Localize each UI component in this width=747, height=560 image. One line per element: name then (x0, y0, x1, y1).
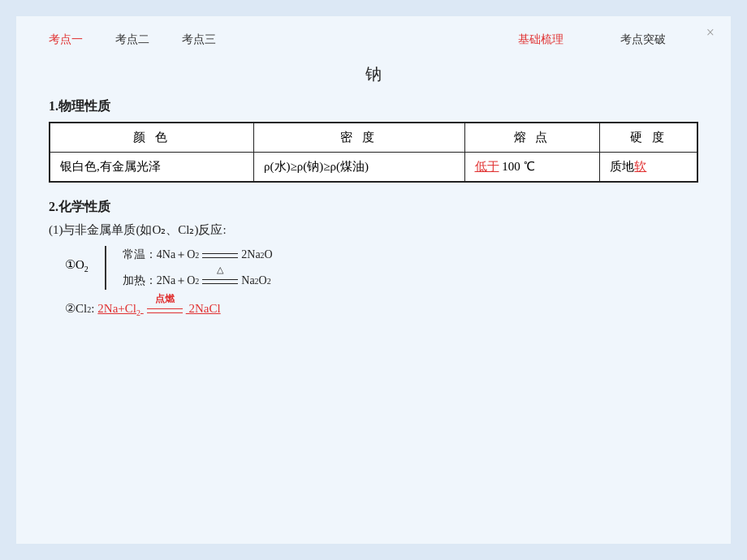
section1-heading: 1.物理性质 (49, 98, 698, 115)
col-header-hardness: 硬 度 (600, 123, 697, 153)
nav-item-jichusuli[interactable]: 基础梳理 (518, 32, 563, 47)
o2-reactions: ①O2 常温：4Na＋O2 2Na2O 加热：2Na＋O2 △ Na2O2 (65, 246, 698, 290)
melt-lowerthan: 低于 (475, 160, 499, 173)
section2-heading: 2.化学性质 (49, 199, 698, 216)
melt-value: 100 ℃ (499, 160, 535, 173)
nav-item-kaodian3[interactable]: 考点三 (182, 32, 216, 47)
eq-line-1: 常温：4Na＋O2 2Na2O (116, 246, 279, 264)
o2-label: ①O2 (65, 257, 89, 274)
section2-subtitle: (1)与非金属单质(如O₂、Cl₂)反应: (49, 222, 698, 238)
col-header-density: 密 度 (254, 123, 464, 153)
nav-item-kaodiantupuo[interactable]: 考点突破 (620, 32, 666, 47)
page-title: 钠 (49, 63, 698, 85)
main-container: × 考点一 考点二 考点三 基础梳理 考点突破 钠 1.物理性质 颜 色 密 度… (16, 16, 731, 544)
properties-table: 颜 色 密 度 熔 点 硬 度 银白色,有金属光泽 ρ(水)≥ρ(钠)≥ρ(煤油… (49, 122, 698, 183)
cell-density: ρ(水)≥ρ(钠)≥ρ(煤油) (254, 153, 464, 183)
section2: 2.化学性质 (1)与非金属单质(如O₂、Cl₂)反应: ①O2 常温：4Na＋… (49, 199, 698, 317)
equations-block: 常温：4Na＋O2 2Na2O 加热：2Na＋O2 △ Na2O2 (105, 246, 279, 290)
hardness-soft: 软 (634, 160, 646, 173)
cl2-equation: 2Na+Cl2 点燃 2NaCl (97, 302, 220, 317)
cell-hardness: 质地软 (600, 153, 697, 183)
eq-line-2: 加热：2Na＋O2 △ Na2O2 (116, 272, 279, 290)
col-header-color: 颜 色 (50, 123, 254, 153)
nav-item-kaodian2[interactable]: 考点二 (115, 32, 149, 47)
cl2-reaction: ②Cl2: 2Na+Cl2 点燃 2NaCl (65, 301, 698, 317)
cell-color: 银白色,有金属光泽 (50, 153, 254, 183)
close-button[interactable]: × (706, 24, 715, 41)
nav-right: 基础梳理 考点突破 (518, 32, 698, 47)
top-nav: 考点一 考点二 考点三 基础梳理 考点突破 (49, 32, 698, 47)
nav-item-kaodian1[interactable]: 考点一 (49, 32, 83, 47)
col-header-meltpoint: 熔 点 (464, 123, 600, 153)
cell-meltpoint: 低于 100 ℃ (464, 153, 600, 183)
